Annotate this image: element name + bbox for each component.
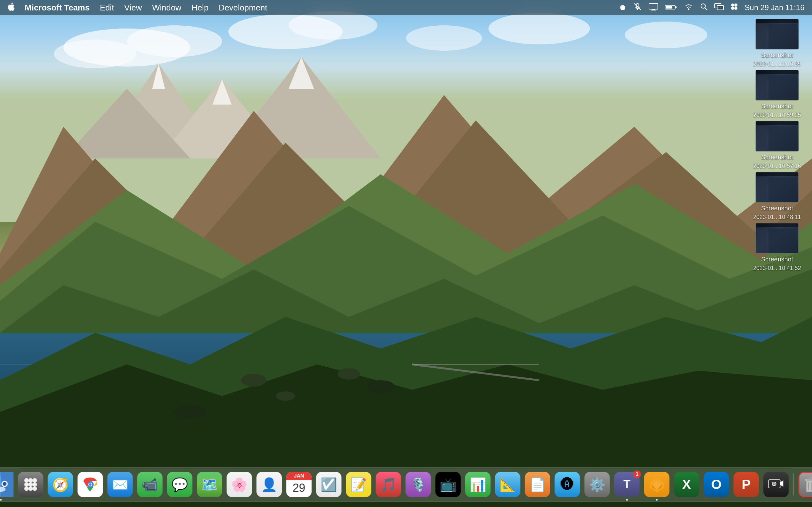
apple-menu[interactable] [8,2,14,13]
dock-app-photos[interactable]: 🌸 [226,471,253,498]
dock-app-podcasts[interactable]: 🎙️ [405,471,432,498]
svg-rect-38 [652,9,655,10]
menu-development[interactable]: Development [218,3,267,13]
desktop-icon-label: Screenshot [761,102,793,110]
app-name[interactable]: Microsoft Teams [25,3,90,13]
dock-app-running-dot [626,499,628,501]
svg-point-80 [774,483,775,485]
dock-app-appstore[interactable]: 🅐 [554,471,581,498]
dock-app-running-dot [656,499,658,501]
dock-app-contacts[interactable]: 👤 [256,471,283,498]
svg-point-62 [33,478,37,483]
svg-point-48 [731,3,734,7]
dock-app-facetime[interactable]: 📹 [136,471,164,498]
dock-app-screenrecord[interactable] [763,471,790,498]
svg-point-51 [734,7,738,10]
svg-line-45 [705,8,707,10]
dock-app-outlook[interactable]: O [703,471,730,498]
desktop-icon-sublabel: 2023-01...11.10.39 [753,61,801,67]
dock-app-appletv[interactable]: 📺 [435,471,462,498]
svg-point-58 [3,482,7,486]
battery-icon[interactable] [665,3,677,13]
svg-marker-78 [780,481,783,487]
svg-point-49 [734,3,738,7]
dock-app-launchpad[interactable] [17,471,44,498]
dock-app-chrome[interactable] [77,471,104,498]
svg-rect-41 [675,6,676,8]
dock-app-sketch[interactable] [643,471,670,498]
svg-point-50 [731,7,734,10]
menubar: Microsoft Teams Edit View Window Help De… [0,0,812,15]
desktop-icon-screenshot4[interactable]: Screenshot 2023-01...10.48.11 [752,172,803,221]
desktop-icon-label: Screenshot [761,153,793,161]
dock-app-trash[interactable] [798,471,812,498]
svg-point-6 [406,25,482,51]
dock-app-systemprefs[interactable]: ⚙️ [583,471,611,498]
display-icon[interactable] [648,3,658,13]
dock-app-finder[interactable] [0,471,14,498]
svg-point-60 [24,478,29,483]
svg-point-67 [29,487,33,491]
svg-point-65 [33,482,37,487]
dock-app-maps[interactable]: 🗺️ [196,471,223,498]
desktop-icon-screenshot3[interactable]: Screenshot 2023-01...10.57.16 [752,121,803,170]
desktop-icon-thumbnail [756,121,799,152]
desktop-icons-area: Screenshot 2023-01...11.10.39 Screenshot… [752,19,803,272]
menu-window[interactable]: Window [152,3,181,13]
menubar-datetime: Sun 29 Jan 11:16 [745,3,804,12]
dock-app-numbers[interactable]: 📊 [464,471,492,498]
screenrecord-menubar-icon[interactable]: ⏺ [619,3,627,12]
dock-app-music[interactable]: 🎵 [375,471,402,498]
dock-app-excel[interactable]: X [673,471,700,498]
wifi-icon[interactable] [684,3,693,13]
dock-app-running-dot [0,499,2,501]
menubar-right: ⏺ [619,2,804,13]
dock-app-teams[interactable]: T 1 [613,471,641,498]
dock-app-keynote[interactable]: 📐 [494,471,521,498]
menu-help[interactable]: Help [192,3,208,13]
svg-point-34 [366,380,395,393]
svg-rect-37 [649,3,658,9]
desktop-icon-label: Screenshot [761,205,793,212]
desktop-icon-thumbnail [756,172,799,203]
dock-app-pages[interactable]: 📄 [524,471,551,498]
screen-mirroring-icon[interactable] [714,3,724,13]
dock-app-calendar[interactable]: JAN 29 [286,471,313,498]
desktop-icon-sublabel: 2023-01...10.48.11 [753,214,801,221]
dock-app-notes[interactable]: 📝 [345,471,372,498]
svg-point-66 [24,487,29,491]
svg-point-64 [29,482,33,487]
desktop-icon-sublabel: 2023-01...10.57.16 [753,163,801,170]
svg-point-30 [241,374,266,387]
svg-point-3 [54,40,136,68]
search-icon[interactable] [700,3,708,13]
svg-point-68 [33,487,37,491]
desktop-icon-thumbnail [756,70,799,101]
dock-app-powerpoint[interactable]: P [733,471,760,498]
svg-rect-39 [651,10,656,10]
menu-view[interactable]: View [124,3,142,13]
desktop-icon-screenshot1[interactable]: Screenshot 2023-01...11.10.39 [752,19,803,67]
mic-muted-icon[interactable] [633,2,642,13]
desktop-icon-sublabel: 2023-01...10.59.25 [753,112,801,118]
svg-point-33 [174,405,206,419]
menubar-left: Microsoft Teams Edit View Window Help De… [8,2,619,13]
svg-rect-47 [717,5,723,10]
desktop-icon-label: Screenshot [761,51,793,59]
control-center-icon[interactable] [730,3,739,13]
desktop-icon-screenshot2[interactable]: Screenshot 2023-01...10.59.25 [752,70,803,118]
dock-app-messages[interactable]: 💬 [166,471,194,498]
desktop-icon-thumbnail [756,19,799,49]
desktop-icon-thumbnail [756,223,799,253]
menu-edit[interactable]: Edit [100,3,114,13]
svg-point-8 [625,21,707,48]
svg-point-61 [29,478,33,483]
dock-app-safari[interactable]: 🧭 [47,471,74,498]
svg-point-5 [289,11,377,40]
desktop-icon-screenshot5[interactable]: Screenshot 2023-01...10.41.52 [752,223,803,272]
desktop-wallpaper [0,0,812,507]
svg-rect-83 [809,477,812,480]
dock-app-reminders[interactable]: ☑️ [315,471,343,498]
dock-app-mail[interactable]: ✉️ [107,471,134,498]
svg-rect-42 [666,6,672,9]
